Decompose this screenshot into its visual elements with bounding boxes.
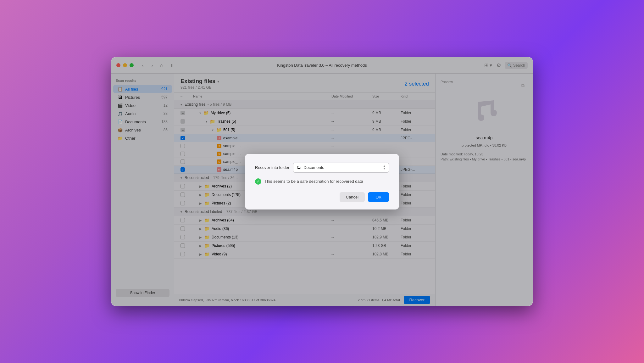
green-check-icon: ✓ <box>255 178 261 185</box>
modal-label: Recover into folder <box>255 165 289 170</box>
cancel-button[interactable]: Cancel <box>340 192 365 202</box>
modal-overlay: Recover into folder 🗂 Documents ▲ ▼ ✓ Th… <box>111 57 533 306</box>
folder-arrows: ▲ ▼ <box>383 165 386 170</box>
arrow-up-icon[interactable]: ▲ <box>383 165 386 167</box>
modal-status-row: ✓ This seems to be a safe destination fo… <box>255 178 389 185</box>
folder-selector[interactable]: 🗂 Documents ▲ ▼ <box>293 163 389 173</box>
modal-status-text: This seems to be a safe destination for … <box>264 179 363 184</box>
recover-modal: Recover into folder 🗂 Documents ▲ ▼ ✓ Th… <box>245 154 399 209</box>
folder-selector-icon: 🗂 <box>297 165 302 170</box>
modal-folder-row: Recover into folder 🗂 Documents ▲ ▼ <box>255 163 389 173</box>
arrow-down-icon[interactable]: ▼ <box>383 168 386 170</box>
modal-buttons: Cancel OK <box>255 192 389 202</box>
app-window: ‹ › ⌂ ⏸ Kingston DataTraveler 3.0 – All … <box>111 57 533 306</box>
folder-selector-text: Documents <box>303 165 381 170</box>
ok-button[interactable]: OK <box>368 192 389 202</box>
